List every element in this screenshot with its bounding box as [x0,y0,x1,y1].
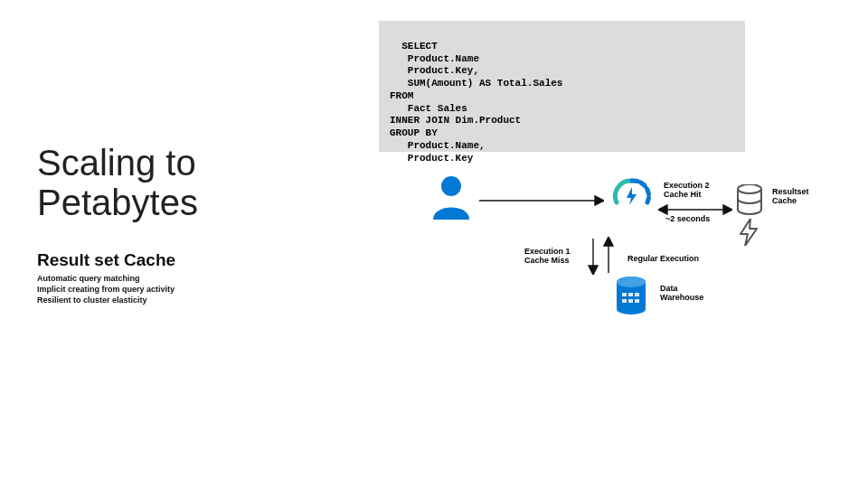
svg-rect-8 [635,293,639,296]
svg-rect-9 [622,299,627,303]
label-resultset-cache-text: Resultset Cache [772,187,809,205]
label-data-warehouse-text: Data Warehouse [660,284,703,302]
svg-rect-11 [635,299,639,303]
svg-point-0 [441,176,461,196]
label-regular-execution-text: Regular Execution [627,254,699,263]
svg-marker-13 [595,196,604,205]
sql-code-text: SELECT Product.Name Product.Key, SUM(Amo… [390,41,562,164]
svg-point-2 [738,184,761,193]
svg-rect-10 [628,299,633,303]
label-execution2-text: Execution 2 Cache Hit [664,181,710,199]
label-execution1-text: Execution 1 Cache Miss [524,247,571,265]
label-regular-execution: Regular Execution [627,254,718,263]
speed-gauge-icon [611,175,653,217]
label-resultset-cache: Resultset Cache [772,187,826,206]
slide-title-text: Scaling to Petabytes [37,143,198,222]
label-execution2: Execution 2 Cache Hit [664,181,727,200]
resultset-cache-db-icon [737,184,762,217]
data-warehouse-db-icon [615,277,647,316]
sql-code-box: SELECT Product.Name Product.Key, SUM(Amo… [379,21,745,152]
feature-bullets: Automatic query matching Implicit creati… [37,273,175,305]
label-seconds: ~2 seconds [665,214,729,223]
slide-subtitle-text: Result set Cache [37,250,175,269]
svg-rect-6 [622,293,627,296]
slide-subtitle: Result set Cache [37,250,175,270]
lightning-icon [737,219,760,246]
arrow-user-to-cache [477,195,604,206]
svg-marker-16 [658,205,667,214]
arrow-miss-up [602,237,615,275]
svg-marker-20 [604,237,613,246]
feature-bullets-text: Automatic query matching Implicit creati… [37,274,175,305]
svg-point-5 [617,277,646,287]
svg-marker-15 [723,205,732,214]
slide-title: Scaling to Petabytes [37,143,198,222]
label-seconds-text: ~2 seconds [665,214,710,223]
svg-rect-7 [628,293,633,296]
svg-marker-1 [627,187,637,205]
label-data-warehouse: Data Warehouse [660,284,714,303]
label-execution1: Execution 1 Cache Miss [524,247,588,266]
svg-marker-18 [589,266,598,275]
user-icon [430,174,472,220]
arrow-miss-down [587,237,599,275]
svg-marker-3 [741,219,757,246]
